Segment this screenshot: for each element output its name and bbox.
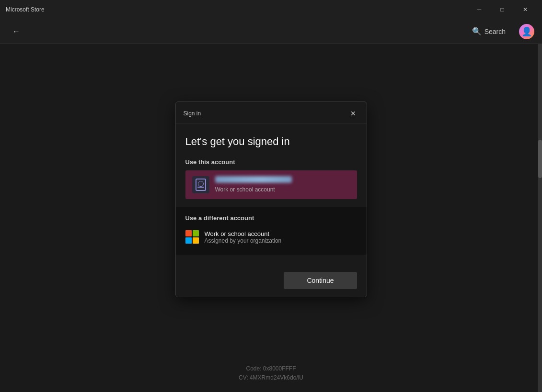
avatar-icon: 👤	[521, 26, 532, 37]
account-type: Work or school account	[215, 186, 275, 193]
ms-account-info: Work or school account Assigned by your …	[205, 230, 282, 244]
ms-account-sub: Assigned by your organization	[205, 237, 282, 244]
title-bar-left: Microsoft Store	[6, 6, 45, 13]
ms-account-row[interactable]: Work or school account Assigned by your …	[185, 227, 357, 247]
dialog-header: Sign in ✕	[176, 102, 367, 123]
continue-button[interactable]: Continue	[284, 272, 357, 289]
scrollbar[interactable]	[538, 44, 542, 392]
account-name-blurred	[215, 176, 292, 183]
back-icon: ←	[12, 27, 20, 36]
use-this-account-label: Use this account	[185, 158, 357, 166]
ms-logo-green	[193, 230, 199, 236]
account-row-selected[interactable]: Work or school account	[185, 170, 357, 199]
ms-logo-red	[185, 230, 192, 236]
account-icon-box	[192, 176, 209, 193]
microsoft-logo	[185, 230, 199, 244]
title-bar-controls: ─ □ ✕	[468, 2, 536, 17]
dialog-title: Sign in	[184, 110, 201, 117]
ms-logo-yellow	[193, 237, 199, 244]
app-title: Microsoft Store	[6, 6, 45, 13]
search-label: Search	[484, 28, 506, 35]
maximize-button[interactable]: □	[491, 2, 513, 17]
scrollbar-thumb[interactable]	[538, 140, 542, 178]
close-button[interactable]: ✕	[514, 2, 536, 17]
ms-logo-blue	[185, 237, 192, 244]
id-card-icon	[196, 179, 206, 191]
dialog-body: Let's get you signed in Use this account…	[176, 123, 367, 264]
dialog-footer: Continue	[176, 264, 367, 297]
search-icon: 🔍	[472, 27, 482, 36]
sign-in-dialog: Sign in ✕ Let's get you signed in Use th…	[175, 101, 367, 297]
different-account-section: Use a different account Work or school a…	[176, 207, 367, 255]
main-content: Sign in ✕ Let's get you signed in Use th…	[0, 44, 542, 392]
dialog-overlay: Sign in ✕ Let's get you signed in Use th…	[0, 44, 542, 392]
error-code-line2: CV: 4MXRmd24Vk6do/lU	[239, 373, 303, 382]
dialog-heading: Let's get you signed in	[185, 135, 357, 149]
back-button[interactable]: ←	[8, 23, 25, 40]
error-code-line1: Code: 0x8000FFFF	[239, 364, 303, 373]
minimize-button[interactable]: ─	[468, 2, 490, 17]
app-toolbar: ← 🔍 Search 👤	[0, 19, 542, 44]
bottom-info: Code: 0x8000FFFF CV: 4MXRmd24Vk6do/lU	[239, 364, 303, 382]
search-button[interactable]: 🔍 Search	[466, 24, 511, 39]
ms-account-title: Work or school account	[205, 230, 282, 237]
account-info: Work or school account	[215, 176, 350, 193]
avatar[interactable]: 👤	[519, 24, 534, 39]
different-account-label: Use a different account	[185, 214, 357, 222]
title-bar: Microsoft Store ─ □ ✕	[0, 0, 542, 19]
dialog-close-button[interactable]: ✕	[347, 108, 359, 119]
